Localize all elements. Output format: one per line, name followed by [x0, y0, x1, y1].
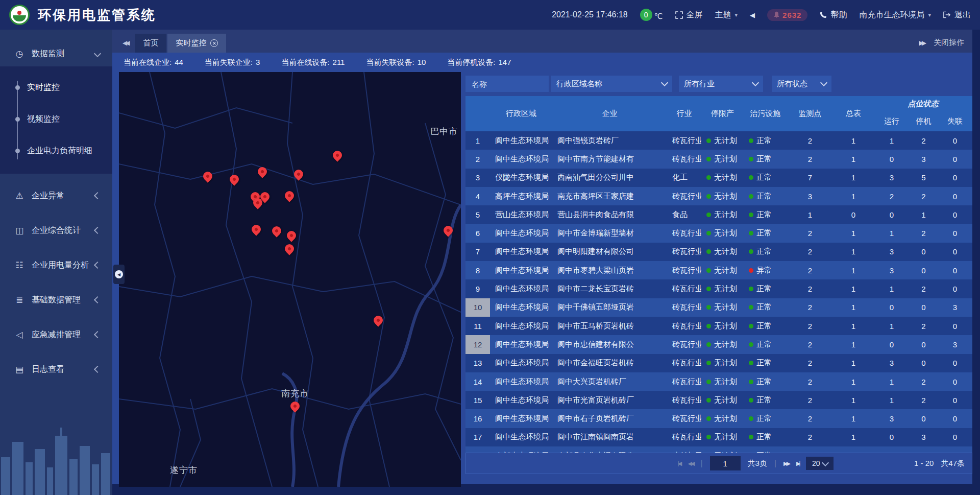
map[interactable]: 巴中市南充市遂宁市	[119, 72, 461, 487]
cell-stop-count: 1	[910, 205, 938, 224]
cell-facility-status: 异常	[744, 261, 787, 279]
theme-label: 主题	[715, 10, 731, 20]
first-page-icon[interactable]: |◀	[678, 460, 680, 467]
cell-lost-count: 0	[938, 224, 972, 242]
last-page-icon[interactable]: ▶|	[796, 460, 799, 467]
table-row[interactable]: 7阆中生态环境局阆中明阳建材有限公司砖瓦行业无计划正常21300	[465, 243, 972, 261]
org-dropdown[interactable]: 南充市生态环境局 ▾	[859, 10, 931, 20]
prev-page-icon[interactable]: ◀◀	[688, 460, 693, 467]
industry-select[interactable]: 所有行业	[679, 76, 763, 92]
notification-badge[interactable]: 2632	[767, 9, 807, 21]
status-dot-icon	[706, 231, 711, 235]
cell-run-count: 0	[874, 150, 910, 168]
theme-button[interactable]: 主题 ▾	[715, 10, 738, 20]
facility-text: 正常	[756, 192, 772, 201]
page-number-input[interactable]	[710, 456, 741, 470]
tab-home[interactable]: 首页	[135, 34, 166, 53]
cell-meter-count: 1	[833, 261, 874, 279]
cell-facility-status: 正常	[744, 409, 787, 428]
close-icon[interactable]	[210, 39, 218, 47]
cell-monitor-count: 2	[787, 354, 833, 372]
cell-meter-count: 1	[833, 428, 874, 446]
table-row[interactable]: 5营山生态环境局营山县润丰肉食品有限食品无计划正常10010	[465, 205, 972, 224]
table-row[interactable]: 8阆中生态环境局阆中市枣碧大梁山页岩砖瓦行业无计划异常21300	[465, 261, 972, 279]
table-row[interactable]: 18南部生态环境局南部县砌华水泥有限公建材加工无计划正常	[465, 446, 972, 453]
status-dot-icon	[749, 398, 753, 403]
app-logo-icon	[9, 5, 30, 25]
sidebar-subitem[interactable]: 企业电力负荷明细	[0, 135, 112, 167]
stat-value: 211	[333, 58, 345, 67]
table-row[interactable]: 12阆中生态环境局阆中市忠信建材有限公砖瓦行业无计划正常21003	[465, 335, 972, 353]
tab-realtime-monitor[interactable]: 实时监控	[167, 34, 226, 53]
cell-meter-count: 0	[833, 205, 874, 224]
fullscreen-button[interactable]: 全屏	[675, 10, 703, 20]
row-number: 4	[465, 187, 490, 205]
tab-scroll-left-icon[interactable]: ◀◀	[122, 39, 128, 46]
cell-region: 阆中生态环境局	[490, 391, 552, 409]
page-size-select[interactable]: 20	[806, 457, 834, 470]
cell-region: 阆中生态环境局	[490, 372, 552, 391]
table-row[interactable]: 4高坪生态环境局南充市高坪区王家店建砖瓦行业无计划正常31220	[465, 187, 972, 205]
cell-industry: 砖瓦行业	[667, 224, 701, 242]
table-row[interactable]: 16阆中生态环境局阆中市石子页岩机砖厂砖瓦行业无计划正常21300	[465, 409, 972, 428]
temperature-badge: 0 ℃	[640, 9, 663, 21]
sidebar-item[interactable]: ◷数据监测	[0, 41, 112, 66]
plan-text: 无计划	[714, 228, 737, 238]
sidebar-item[interactable]: ⚠企业异常	[0, 183, 112, 208]
cell-plan-status: 无计划	[701, 205, 744, 224]
table-row[interactable]: 11阆中生态环境局阆中市五马桥页岩机砖砖瓦行业无计划正常21120	[465, 317, 972, 335]
tab-scroll-right-icon[interactable]: ▶▶	[919, 39, 924, 46]
table-row[interactable]: 3仪陇生态环境局西南油气田分公司川中化工无计划正常71350	[465, 169, 972, 187]
table-row[interactable]: 14阆中生态环境局阆中大兴页岩机砖厂砖瓦行业无计划正常21120	[465, 372, 972, 391]
table-body: 1阆中生态环境局阆中强锐页岩砖厂砖瓦行业无计划正常211202阆中生态环境局阆中…	[465, 131, 972, 453]
sidebar-item[interactable]: ◁应急减排管理	[0, 322, 112, 347]
table-row[interactable]: 1阆中生态环境局阆中强锐页岩砖厂砖瓦行业无计划正常21120	[465, 131, 972, 150]
notification-count: 2632	[782, 11, 801, 19]
cell-facility-status: 正常	[744, 187, 787, 205]
name-search-input[interactable]	[471, 79, 544, 89]
sidebar-subitem[interactable]: 实时监控	[0, 72, 112, 103]
help-button[interactable]: 帮助	[820, 10, 847, 20]
table-row[interactable]: 2阆中生态环境局阆中市南方节能建材有砖瓦行业无计划正常21030	[465, 150, 972, 168]
speaker-icon[interactable]: ◀	[750, 11, 755, 19]
table-row[interactable]: 17阆中生态环境局阆中市江南镇阆南页岩砖瓦行业无计划正常21030	[465, 428, 972, 446]
cell-plan-status: 无计划	[701, 354, 744, 372]
plan-text: 无计划	[714, 192, 737, 201]
sidebar-item[interactable]: ▤日志查看	[0, 357, 112, 382]
table-row[interactable]: 15阆中生态环境局阆中市光富页岩机砖厂砖瓦行业无计划正常21120	[465, 391, 972, 409]
sidebar-collapse-handle[interactable]: ◀	[113, 265, 125, 284]
sidebar-item[interactable]: ◫企业综合统计	[0, 218, 112, 243]
facility-text: 正常	[756, 173, 772, 182]
next-page-icon[interactable]: ▶▶	[783, 460, 789, 467]
stat-value: 3	[256, 58, 260, 67]
cell-facility-status: 正常	[744, 169, 787, 187]
cell-plan-status: 无计划	[701, 391, 744, 409]
cell-stop-count: 2	[910, 391, 938, 409]
table-row[interactable]: 13阆中生态环境局阆中市金福旺页岩机砖砖瓦行业无计划正常21300	[465, 354, 972, 372]
cell-stop-count: 0	[910, 261, 938, 279]
row-number: 3	[465, 169, 490, 187]
logout-button[interactable]: 退出	[943, 10, 971, 20]
pager-divider: |	[700, 459, 702, 468]
status-dot-icon	[706, 305, 711, 310]
cell-meter-count: 1	[833, 298, 874, 317]
sidebar-item[interactable]: ☷企业用电量分析	[0, 252, 112, 278]
chevron-down-icon: ▾	[928, 12, 931, 18]
close-operations-button[interactable]: 关闭操作	[934, 38, 964, 48]
cell-plan-status: 无计划	[701, 372, 744, 391]
cell-company: 阆中大兴页岩机砖厂	[552, 372, 667, 391]
table-row[interactable]: 6阆中生态环境局阆中市金博瑞新型墙材砖瓦行业无计划正常21120	[465, 224, 972, 242]
cell-run-count: 3	[874, 409, 910, 428]
sidebar-item[interactable]: ≣基础数据管理	[0, 287, 112, 313]
cell-lost-count: 3	[938, 298, 972, 317]
status-select[interactable]: 所有状态	[772, 76, 831, 92]
table-row[interactable]: 9阆中生态环境局阆中市二龙长宝页岩砖砖瓦行业无计划正常21120	[465, 279, 972, 298]
table-row[interactable]: 10阆中生态环境局阆中千佛镇五郎垭页岩砖瓦行业无计划正常21003	[465, 298, 972, 317]
column-lost: 失联	[938, 111, 972, 131]
region-select[interactable]: 行政区域名称	[551, 76, 672, 92]
stat-item: 当前在线企业:44	[124, 58, 183, 67]
name-search-input-box[interactable]	[465, 76, 549, 92]
sidebar-subitem[interactable]: 视频监控	[0, 103, 112, 135]
cell-plan-status: 无计划	[701, 150, 744, 168]
chevron-down-icon	[661, 79, 668, 86]
